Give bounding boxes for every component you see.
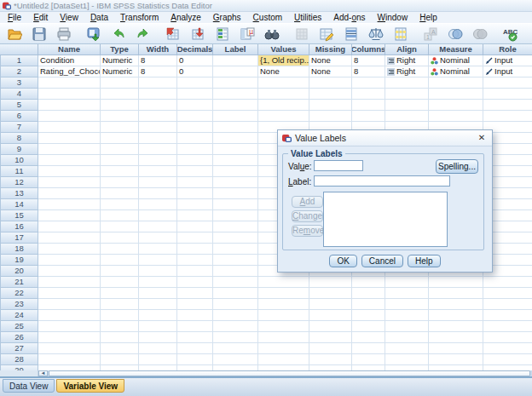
cell-type[interactable] xyxy=(101,221,139,232)
tab-data-view[interactable]: Data View xyxy=(3,379,55,393)
select-cases-button[interactable] xyxy=(389,25,412,43)
cell-align[interactable] xyxy=(385,354,429,365)
cell-role[interactable] xyxy=(483,321,532,332)
cell-name[interactable] xyxy=(38,332,101,343)
cell-measure[interactable] xyxy=(429,332,483,343)
cell-label[interactable] xyxy=(213,288,258,299)
cell-columns[interactable] xyxy=(352,277,385,288)
row-header[interactable]: 9 xyxy=(0,144,38,155)
cell-measure[interactable] xyxy=(429,343,483,354)
cell-measure[interactable]: Nominal xyxy=(429,55,483,66)
cell-align[interactable] xyxy=(385,299,429,310)
cell-align[interactable] xyxy=(385,277,429,288)
remove-button[interactable]: Remove xyxy=(292,225,323,237)
cell-decimals[interactable]: 0 xyxy=(177,66,213,77)
cell-width[interactable] xyxy=(139,155,177,166)
cell-width[interactable] xyxy=(139,343,177,354)
cell-decimals[interactable] xyxy=(177,199,213,210)
cell-decimals[interactable] xyxy=(177,288,213,299)
cell-type[interactable] xyxy=(101,155,139,166)
cell-align[interactable] xyxy=(385,111,429,122)
cell-label[interactable] xyxy=(213,354,258,365)
cell-measure[interactable] xyxy=(429,299,483,310)
cell-label[interactable] xyxy=(213,244,258,255)
cell-decimals[interactable]: 0 xyxy=(177,55,213,66)
cell-name[interactable] xyxy=(38,122,101,133)
cell-label[interactable] xyxy=(213,310,258,321)
cell-type[interactable] xyxy=(101,111,139,122)
cell-align[interactable] xyxy=(385,77,429,89)
cell-name[interactable] xyxy=(38,177,101,188)
cell-label[interactable] xyxy=(213,177,258,188)
cell-width[interactable] xyxy=(139,221,177,232)
col-header-decimals[interactable]: Decimals xyxy=(177,44,213,55)
cell-missing[interactable] xyxy=(309,321,352,332)
cell-align[interactable] xyxy=(385,343,429,354)
cell-values[interactable] xyxy=(258,100,309,111)
cell-width[interactable] xyxy=(139,232,177,244)
print-button[interactable] xyxy=(52,25,75,43)
cell-label[interactable] xyxy=(213,266,258,277)
cell-decimals[interactable] xyxy=(177,221,213,232)
cell-label[interactable] xyxy=(213,100,258,111)
menu-item[interactable]: Help xyxy=(413,12,443,23)
col-header-width[interactable]: Width xyxy=(139,44,177,55)
cell-columns[interactable] xyxy=(352,343,385,354)
row-header[interactable]: 18 xyxy=(0,244,38,255)
cell-values[interactable] xyxy=(258,321,309,332)
tab-variable-view[interactable]: Variable View xyxy=(56,379,124,393)
cell-missing[interactable] xyxy=(309,100,352,111)
value-labels-toggle-button[interactable]: 1A xyxy=(419,25,442,43)
cell-columns[interactable] xyxy=(352,111,385,122)
open-data-button[interactable] xyxy=(3,25,26,43)
cell-type[interactable] xyxy=(101,144,139,155)
dialog-close-icon[interactable]: ✕ xyxy=(476,132,488,144)
cell-label[interactable] xyxy=(213,221,258,232)
cell-align[interactable]: Right xyxy=(385,55,429,66)
cell-measure[interactable] xyxy=(429,100,483,111)
cell-width[interactable] xyxy=(139,133,177,144)
spelling-button[interactable]: Spelling... xyxy=(436,159,478,174)
cell-type[interactable] xyxy=(101,133,139,144)
row-header[interactable]: 13 xyxy=(0,188,38,199)
add-button[interactable]: Add xyxy=(292,196,323,208)
cell-label[interactable] xyxy=(213,255,258,266)
cell-align[interactable] xyxy=(385,321,429,332)
cell-measure[interactable]: Nominal xyxy=(429,66,483,77)
cell-columns[interactable] xyxy=(352,89,385,100)
row-header[interactable]: 25 xyxy=(0,321,38,332)
cell-values[interactable] xyxy=(258,343,309,354)
show-all-variables-button[interactable] xyxy=(468,25,491,43)
row-header[interactable]: 1 xyxy=(0,55,38,66)
cell-missing[interactable]: None xyxy=(309,66,352,77)
cell-measure[interactable] xyxy=(429,111,483,122)
cell-width[interactable] xyxy=(139,188,177,199)
col-header-align[interactable]: Align xyxy=(385,44,429,55)
cell-name[interactable] xyxy=(38,310,101,321)
cell-type[interactable] xyxy=(101,310,139,321)
cell-decimals[interactable] xyxy=(177,166,213,177)
cell-label[interactable] xyxy=(213,77,258,89)
cell-columns[interactable]: 8 xyxy=(352,55,385,66)
cell-decimals[interactable] xyxy=(177,100,213,111)
cell-width[interactable]: 8 xyxy=(139,55,177,66)
cell-width[interactable] xyxy=(139,288,177,299)
menu-item[interactable]: Transform xyxy=(114,12,165,23)
cell-values[interactable] xyxy=(258,288,309,299)
row-header[interactable]: 5 xyxy=(0,100,38,111)
cell-values[interactable]: None xyxy=(258,66,309,77)
cell-missing[interactable]: None xyxy=(309,55,352,66)
menu-item[interactable]: Add-ons xyxy=(327,12,371,23)
cell-columns[interactable] xyxy=(352,310,385,321)
cell-type[interactable] xyxy=(101,255,139,266)
cell-name[interactable] xyxy=(38,188,101,199)
row-header[interactable]: 23 xyxy=(0,299,38,310)
cell-name[interactable] xyxy=(38,321,101,332)
cell-name[interactable] xyxy=(38,144,101,155)
cell-name[interactable] xyxy=(38,100,101,111)
menu-item[interactable]: View xyxy=(54,12,84,23)
cell-width[interactable] xyxy=(139,354,177,365)
row-header[interactable]: 24 xyxy=(0,310,38,321)
cell-label[interactable] xyxy=(213,166,258,177)
row-header[interactable]: 20 xyxy=(0,266,38,277)
